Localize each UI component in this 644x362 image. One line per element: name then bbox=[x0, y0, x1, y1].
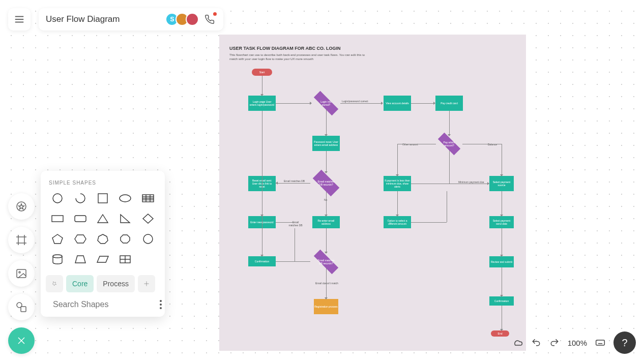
shape-octagon[interactable] bbox=[115, 231, 135, 247]
shape-pentagon[interactable] bbox=[48, 231, 67, 247]
diagram-description[interactable]: This flowchart can use to describe both … bbox=[229, 53, 372, 62]
node-email-matches2[interactable]: Email matches DB records? bbox=[317, 257, 335, 266]
svg-point-17 bbox=[120, 195, 131, 202]
node-view-account[interactable]: View account details bbox=[384, 96, 411, 111]
shape-cylinder[interactable] bbox=[48, 252, 67, 267]
node-pay-less[interactable]: If payment is less than minimum due, sho… bbox=[384, 176, 411, 191]
node-pw-reset[interactable]: Password reset: User enters email addres… bbox=[312, 136, 340, 151]
close-icon bbox=[15, 335, 27, 347]
edge-label: Email doesn't match bbox=[315, 282, 338, 285]
edge-label: Balance bbox=[488, 143, 497, 146]
node-confirmation[interactable]: Confirmation bbox=[248, 256, 276, 266]
title-bar: User Flow Diagram S bbox=[39, 8, 223, 31]
svg-point-34 bbox=[53, 255, 62, 258]
search-input[interactable] bbox=[53, 300, 155, 309]
svg-marker-30 bbox=[75, 235, 86, 243]
node-select-src[interactable]: Select payment source bbox=[489, 176, 514, 191]
call-button[interactable] bbox=[203, 13, 216, 26]
redo-button[interactable] bbox=[549, 338, 560, 348]
node-end[interactable]: End bbox=[491, 330, 509, 337]
tab-core[interactable]: Core bbox=[66, 275, 94, 292]
add-tab-button[interactable] bbox=[138, 275, 155, 292]
more-shapes-tool[interactable] bbox=[8, 294, 35, 320]
avatar[interactable] bbox=[186, 13, 199, 26]
shape-grid[interactable] bbox=[115, 252, 135, 267]
cloud-icon bbox=[513, 338, 523, 348]
svg-marker-4 bbox=[19, 204, 24, 209]
shape-square[interactable] bbox=[93, 191, 112, 206]
keyboard-icon bbox=[595, 338, 605, 348]
svg-marker-29 bbox=[52, 234, 63, 244]
svg-marker-27 bbox=[121, 215, 130, 223]
node-review[interactable]: Review and submit bbox=[489, 256, 514, 267]
notification-dot bbox=[213, 12, 217, 16]
node-pay-card[interactable]: Pay credit card bbox=[435, 96, 463, 111]
shape-rounded-rect[interactable] bbox=[70, 211, 90, 226]
close-panel-button[interactable] bbox=[8, 327, 35, 354]
node-login-stored[interactable]: Login info stored? bbox=[317, 99, 335, 108]
frame-icon bbox=[15, 234, 27, 246]
node-login-page[interactable]: Login page User enters login/password bbox=[248, 96, 276, 111]
node-pay-which[interactable]: Pay which amount? bbox=[441, 139, 457, 148]
shape-right-triangle[interactable] bbox=[115, 211, 135, 226]
panel-section-label: SIMPLE SHAPES bbox=[41, 171, 165, 191]
svg-rect-44 bbox=[596, 340, 605, 345]
image-tool[interactable] bbox=[8, 260, 35, 287]
collaborator-avatars[interactable]: S bbox=[165, 13, 199, 26]
shape-triangle[interactable] bbox=[93, 211, 112, 226]
svg-rect-24 bbox=[52, 216, 63, 222]
undo-button[interactable] bbox=[531, 338, 541, 348]
shape-heptagon[interactable] bbox=[93, 231, 112, 247]
shapes-icon bbox=[15, 301, 27, 313]
zoom-level[interactable]: 100% bbox=[568, 339, 587, 347]
svg-marker-36 bbox=[97, 256, 108, 262]
svg-rect-9 bbox=[17, 269, 26, 278]
edge-label: Login/password correct bbox=[342, 100, 368, 103]
svg-point-33 bbox=[143, 234, 153, 244]
image-icon bbox=[15, 267, 27, 280]
plus-icon bbox=[142, 280, 151, 288]
pin-icon bbox=[50, 280, 58, 288]
node-email-matches[interactable]: Email matches DB records? bbox=[317, 177, 335, 189]
svg-marker-35 bbox=[75, 256, 85, 263]
node-option-diff[interactable]: Option to select a different amount bbox=[384, 216, 411, 228]
shape-trapezoid[interactable] bbox=[70, 252, 90, 267]
node-select-date[interactable]: Select payment send date bbox=[489, 216, 514, 228]
shape-ellipse[interactable] bbox=[115, 191, 135, 206]
shape-rectangle[interactable] bbox=[48, 211, 67, 226]
shape-parallelogram[interactable] bbox=[93, 252, 112, 267]
diagram-title[interactable]: USER TASK FLOW DIAGRAM FOR ABC CO. LOGIN bbox=[229, 46, 341, 51]
shape-hexagon[interactable] bbox=[70, 231, 90, 247]
node-start[interactable]: Start bbox=[252, 69, 272, 76]
phone-icon bbox=[204, 14, 215, 24]
diagram-canvas[interactable]: USER TASK FLOW DIAGRAM FOR ABC CO. LOGIN… bbox=[219, 35, 526, 351]
shape-arc[interactable] bbox=[70, 191, 90, 206]
star-icon bbox=[15, 200, 27, 213]
menu-button[interactable] bbox=[8, 8, 31, 31]
svg-point-10 bbox=[19, 272, 20, 273]
svg-rect-16 bbox=[98, 194, 107, 203]
svg-marker-28 bbox=[143, 214, 153, 223]
node-reenter-email[interactable]: Re-enter email address bbox=[312, 216, 340, 228]
svg-rect-25 bbox=[75, 216, 86, 222]
sync-status[interactable] bbox=[513, 338, 523, 348]
frame-tool[interactable] bbox=[8, 227, 35, 253]
svg-rect-12 bbox=[21, 307, 26, 312]
shapes-tool[interactable] bbox=[8, 193, 35, 220]
shape-table[interactable] bbox=[138, 191, 158, 206]
shape-nonagon[interactable] bbox=[138, 231, 158, 247]
tab-process[interactable]: Process bbox=[97, 275, 135, 292]
shapes-panel: SIMPLE SHAPES Core Process bbox=[41, 171, 165, 317]
svg-marker-26 bbox=[98, 215, 108, 223]
node-registration[interactable]: Registration process bbox=[314, 299, 338, 314]
shape-circle[interactable] bbox=[48, 191, 67, 206]
panel-menu-button[interactable] bbox=[160, 300, 162, 309]
keyboard-shortcuts-button[interactable] bbox=[595, 338, 605, 348]
document-title[interactable]: User Flow Diagram bbox=[46, 14, 120, 24]
redo-icon bbox=[549, 338, 560, 348]
shape-diamond[interactable] bbox=[138, 211, 158, 226]
svg-point-15 bbox=[53, 194, 62, 203]
node-confirmation2[interactable]: Confirmation bbox=[489, 296, 514, 306]
pin-tab[interactable] bbox=[46, 275, 63, 292]
help-button[interactable]: ? bbox=[613, 331, 636, 354]
